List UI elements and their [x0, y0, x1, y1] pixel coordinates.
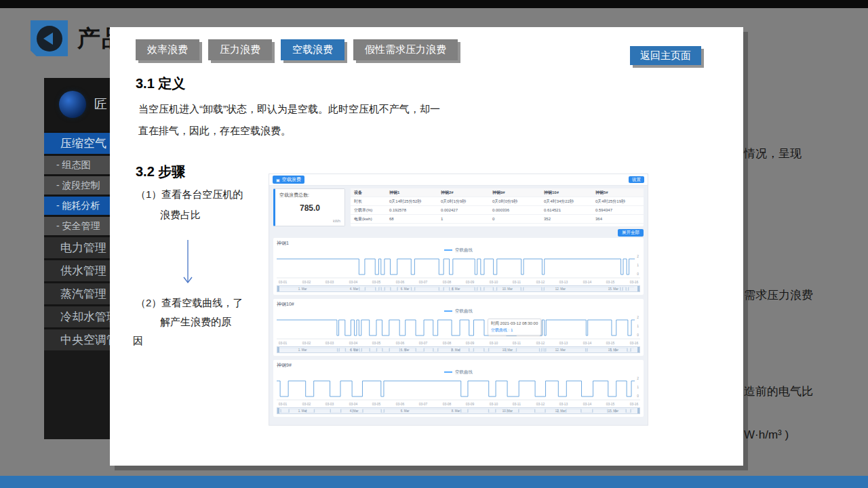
datazoom-slider[interactable]: 1. Mar4. Mar6. Mar8. Mar10. Mar12. Mar15…: [277, 407, 640, 414]
datazoom-right-handle[interactable]: [637, 347, 639, 352]
row-label: 空载率(%): [351, 207, 386, 214]
tab-0[interactable]: 效率浪费: [136, 39, 199, 60]
datazoom-label: 15. Mar: [608, 348, 618, 351]
dashboard-header: ▣ 空载浪费 设置: [269, 174, 648, 186]
svg-text:1: 1: [637, 386, 639, 389]
datazoom-label: 10. Mar: [502, 409, 513, 412]
summary-label: 空载浪费总数:: [279, 192, 340, 199]
sidebar-item-9[interactable]: 中央空调管理: [44, 327, 110, 350]
x-axis-ticks: 03-0103-0203-0303-0403-0503-0603-0703-08…: [277, 279, 640, 284]
chart-legend[interactable]: 空载曲线: [277, 247, 640, 253]
steps-heading: 3.2 步骤: [136, 163, 185, 181]
tab-1[interactable]: 压力浪费: [208, 39, 272, 60]
chart-title: 神钢1: [277, 240, 640, 247]
x-tick: 03-09: [466, 402, 475, 405]
dashboard-body: 空载浪费总数: 785.0 kWh 设备神钢1神钢2#神钢9#神钢10#神钢5#…: [269, 186, 648, 417]
table-row: 时长0天14时25分52秒0天0时1分9秒0天0时0分9秒0天4时34分22秒0…: [351, 197, 644, 206]
datazoom-right-handle[interactable]: [637, 286, 639, 291]
table-header-row: 设备神钢1神钢2#神钢9#神钢10#神钢5#: [351, 188, 644, 197]
x-tick: 03-09: [466, 280, 475, 283]
cell-value: 0天14时25分52秒: [386, 199, 437, 205]
chart-legend[interactable]: 空载曲线: [277, 308, 640, 314]
cell-value: 1: [437, 217, 489, 221]
return-home-button[interactable]: 返回主页面: [630, 46, 701, 65]
sidebar-item-4[interactable]: - 安全管理: [44, 215, 110, 235]
datazoom-label: 6. Mar: [400, 348, 409, 351]
cell-value: 352: [540, 217, 592, 221]
datazoom-label: 4. Mar: [349, 409, 358, 412]
x-tick: 03-06: [395, 341, 404, 344]
definition-body-line2: 直在排气，因此，存在空载浪费。: [138, 125, 291, 138]
sidebar-item-8[interactable]: 冷却水管理: [44, 304, 110, 327]
x-tick: 03-11: [513, 402, 521, 405]
datazoom-label: 15. Mar: [608, 409, 618, 412]
svg-text:0: 0: [637, 333, 639, 337]
sidebar-item-3[interactable]: - 能耗分析: [44, 195, 110, 215]
slide-panel: 效率浪费压力浪费空载浪费假性需求压力浪费 返回主页面 3.1 定义 当空压机进入…: [110, 27, 743, 466]
x-tick: 03-01: [279, 341, 288, 344]
svg-text:2: 2: [637, 377, 639, 380]
expand-all-button[interactable]: 展开全部: [618, 229, 644, 237]
datazoom-slider[interactable]: 1. Mar4. Mar6. Mar8. Mar10. Mar12. Mar15…: [277, 285, 640, 292]
back-icon[interactable]: [31, 20, 68, 56]
x-tick: 03-14: [583, 280, 591, 283]
chart-plot[interactable]: 210时间 2021-03-12 08:30:00空载曲线 : 1: [277, 314, 640, 340]
x-axis-ticks: 03-0103-0203-0303-0403-0503-0603-0703-08…: [277, 340, 640, 345]
table-row: 空载率(%)0.1925780.0024270.0003360.6145210.…: [351, 206, 644, 215]
x-tick: 03-08: [443, 341, 452, 344]
datazoom-left-handle[interactable]: [277, 408, 279, 413]
x-tick: 03-05: [372, 280, 381, 283]
back-arrow-icon: [43, 33, 53, 45]
x-tick: 03-16: [630, 280, 639, 283]
datazoom-labels: 1. Mar4. Mar6. Mar8. Mar10. Mar12. Mar15…: [277, 347, 639, 352]
x-axis-ticks: 03-0103-0203-0303-0403-0503-0603-0703-08…: [277, 401, 640, 406]
x-tick: 03-07: [419, 280, 428, 283]
cell-value: 0.594347: [592, 208, 644, 212]
sidebar-item-6[interactable]: 供水管理: [44, 258, 110, 281]
datazoom-slider[interactable]: 1. Mar4. Mar6. Mar8. Mar10. Mar12. Mar15…: [277, 346, 640, 353]
cell-value: 364: [592, 217, 644, 221]
chart-title: 神钢9#: [277, 362, 640, 369]
datazoom-left-handle[interactable]: [277, 347, 279, 352]
x-tick: 03-07: [419, 341, 428, 344]
datazoom-label: 12. Mar: [555, 348, 566, 351]
datazoom-label: 10. Mar: [502, 348, 513, 351]
sidebar-item-1[interactable]: - 组态图: [44, 154, 110, 174]
datazoom-label: 4. Mar: [349, 287, 358, 290]
logo-text: 匠: [94, 96, 107, 113]
x-tick: 03-02: [302, 402, 311, 405]
x-tick: 03-15: [606, 341, 615, 344]
back-icon-circle: [37, 26, 62, 52]
sidebar-item-0[interactable]: 压缩空气: [44, 131, 110, 154]
x-tick: 03-06: [395, 280, 404, 283]
svg-text:0: 0: [637, 272, 639, 276]
sidebar-item-7[interactable]: 蒸汽管理: [44, 281, 110, 304]
datazoom-right-handle[interactable]: [637, 408, 639, 413]
svg-text:2: 2: [637, 255, 639, 258]
x-tick: 03-16: [630, 402, 639, 405]
background-text-fragment: 情况，呈现: [744, 146, 802, 161]
tab-3[interactable]: 假性需求压力浪费: [353, 39, 458, 60]
column-header: 神钢5#: [592, 190, 644, 196]
cell-value: 68: [386, 217, 437, 221]
datazoom-label: 15. Mar: [608, 287, 618, 290]
x-tick: 03-12: [536, 402, 545, 405]
chart-legend[interactable]: 空载曲线: [277, 369, 640, 375]
datazoom-left-handle[interactable]: [277, 286, 279, 291]
svg-text:2: 2: [637, 316, 639, 319]
tab-2[interactable]: 空载浪费: [281, 39, 344, 60]
cell-value: 0.000336: [489, 208, 540, 212]
cell-value: 0.002427: [437, 208, 489, 212]
x-tick: 03-15: [606, 280, 615, 283]
settings-button[interactable]: 设置: [629, 176, 644, 183]
datazoom-label: 6. Mar: [400, 409, 409, 412]
step2-line3: 因: [133, 335, 143, 348]
chart-section-1: 神钢10#空载曲线210时间 2021-03-12 08:30:00空载曲线 :…: [273, 299, 644, 356]
chart-plot[interactable]: 210: [277, 253, 640, 279]
datazoom-label: 10. Mar: [502, 287, 513, 290]
datazoom-labels: 1. Mar4. Mar6. Mar8. Mar10. Mar12. Mar15…: [277, 408, 639, 413]
chart-plot[interactable]: 210: [277, 375, 640, 401]
table-row: 电量(kwh)6810352364: [351, 215, 644, 224]
sidebar-item-2[interactable]: - 波段控制: [44, 174, 110, 195]
sidebar-item-5[interactable]: 电力管理: [44, 235, 110, 258]
